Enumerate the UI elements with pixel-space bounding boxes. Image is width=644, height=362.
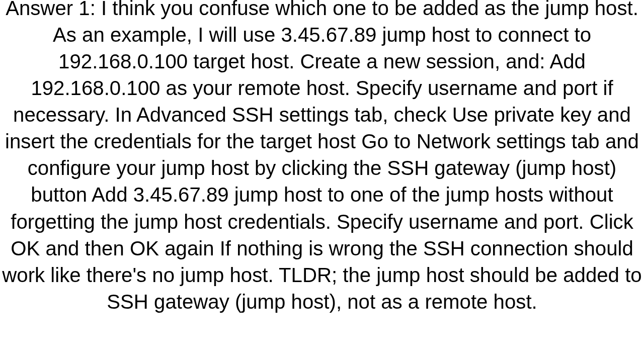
answer-body-text: Answer 1: I think you confuse which one … xyxy=(0,0,644,315)
page-container: Answer 1: I think you confuse which one … xyxy=(0,0,644,362)
